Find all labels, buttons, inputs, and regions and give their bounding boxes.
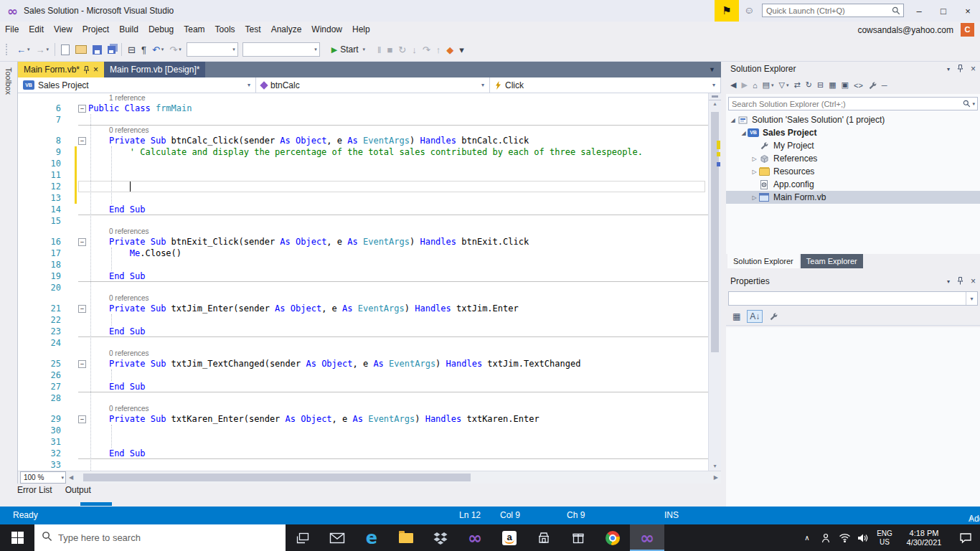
tree-item[interactable]: My Project	[726, 139, 980, 152]
step-over-icon[interactable]: ↷	[420, 43, 433, 57]
menu-build[interactable]: Build	[114, 22, 143, 38]
close-icon[interactable]: ×	[93, 65, 98, 74]
edge-icon[interactable]: e	[354, 524, 389, 551]
menu-tools[interactable]: Tools	[210, 22, 240, 38]
codelens-references[interactable]: 0 references	[109, 404, 149, 413]
categorized-icon[interactable]: ▦	[730, 311, 743, 322]
toolbar-grip[interactable]	[6, 44, 9, 55]
menu-edit[interactable]: Edit	[24, 22, 49, 38]
window-position-chevron-icon[interactable]: ▾	[947, 66, 950, 72]
visual-studio-icon[interactable]: ∞	[458, 524, 492, 551]
property-pages-icon[interactable]	[767, 311, 780, 321]
pin-icon[interactable]	[957, 277, 963, 286]
collapse-all-icon[interactable]: ⊟	[816, 80, 825, 90]
configuration-combo[interactable]: ▾	[187, 42, 238, 57]
action-center-button[interactable]	[951, 532, 980, 544]
code-text[interactable]: End Sub	[88, 381, 145, 392]
chrome-icon[interactable]	[595, 524, 630, 551]
document-tab[interactable]: Main Form.vb [Design]*	[104, 62, 205, 77]
codelens-references[interactable]: 0 references	[109, 227, 149, 236]
platform-combo[interactable]: ▾	[242, 42, 320, 57]
clock[interactable]: 4:18 PM 4/30/2021	[897, 529, 951, 547]
collapse-arrow-icon[interactable]: ◢	[729, 117, 737, 123]
horizontal-scrollbar[interactable]	[76, 471, 711, 484]
codelens-references[interactable]: 0 references	[109, 349, 149, 358]
package-icon[interactable]	[561, 524, 595, 551]
collapse-arrow-icon[interactable]: ◢	[740, 130, 748, 136]
scroll-down-icon[interactable]: ▾	[709, 463, 721, 469]
codelens-references[interactable]: 0 references	[109, 126, 149, 135]
dropbox-icon[interactable]	[423, 524, 458, 551]
expand-arrow-icon[interactable]: ▷	[750, 194, 758, 201]
zoom-selector[interactable]: 100 % ▾	[20, 471, 66, 484]
sync-with-active-document-icon[interactable]: ⇄	[793, 80, 802, 90]
menu-file[interactable]: File	[0, 22, 24, 38]
properties-object-combo[interactable]: ▾	[728, 291, 978, 306]
code-text[interactable]: End Sub	[88, 270, 145, 282]
tree-item[interactable]: ▷References	[726, 152, 980, 165]
amazon-icon[interactable]: a	[492, 524, 527, 551]
code-text[interactable]: Me.Close()	[88, 248, 182, 259]
notifications-flag-button[interactable]: ⚑	[715, 0, 739, 22]
hidden-icons-chevron[interactable]: ∧	[798, 534, 816, 542]
chevron-down-icon[interactable]: ▾	[712, 82, 715, 88]
toolbar-options-icon[interactable]: ▾	[456, 43, 467, 57]
new-file-icon[interactable]	[58, 43, 72, 57]
account-email[interactable]: cowsandals@yahoo.com	[857, 25, 953, 35]
network-icon[interactable]	[835, 533, 854, 542]
code-text[interactable]: Private Sub txtJim_Enter(sender As Objec…	[88, 303, 519, 314]
toolbox-panel-tab[interactable]: Toolbox	[0, 62, 17, 484]
file-explorer-icon[interactable]	[389, 524, 423, 551]
menu-analyze[interactable]: Analyze	[266, 22, 307, 38]
chevron-down-icon[interactable]: ▾	[966, 292, 977, 305]
mail-icon[interactable]	[320, 524, 354, 551]
show-all-files-icon[interactable]: ▦	[827, 80, 837, 90]
toggle-outlining-icon[interactable]: ⊟	[125, 43, 138, 57]
expand-arrow-icon[interactable]: ▷	[750, 169, 758, 175]
preview-code-icon[interactable]: <>	[852, 80, 864, 90]
chevron-down-icon[interactable]: ▾	[972, 101, 975, 107]
avatar[interactable]: C	[961, 23, 974, 37]
splitter-grip[interactable]	[709, 93, 721, 100]
pin-icon[interactable]	[957, 65, 963, 74]
menu-window[interactable]: Window	[306, 22, 347, 38]
navigate-forward-icon[interactable]: →▾	[33, 43, 52, 57]
code-area[interactable]: 1 reference6−Public Class frmMain70 refe…	[18, 93, 708, 471]
chevron-down-icon[interactable]: ▾	[248, 82, 250, 88]
close-button[interactable]: ×	[957, 0, 979, 22]
minimize-button[interactable]: –	[908, 0, 930, 22]
code-text[interactable]: Private Sub btnExit_Click(sender As Obje…	[88, 236, 529, 248]
collapse-box-icon[interactable]: −	[78, 238, 86, 246]
editor-vertical-scrollbar[interactable]: ▴ ▾	[708, 93, 721, 471]
codelens-references[interactable]: 0 references	[109, 293, 149, 303]
pending-changes-filter-icon[interactable]: ▽▾	[778, 80, 791, 90]
status-line[interactable]: Ln 12	[459, 510, 481, 520]
scroll-left-icon[interactable]: ◀	[66, 474, 76, 481]
start-button[interactable]: ▶Start▾	[326, 43, 371, 56]
dash-icon[interactable]: ─	[880, 80, 889, 90]
tree-item[interactable]: ◢Solution 'Sales Solution' (1 project)	[726, 113, 980, 126]
tool-window-tab[interactable]: Team Explorer	[801, 254, 863, 268]
events-combo[interactable]: Click▾	[490, 77, 721, 93]
back-icon[interactable]: ◀	[729, 80, 738, 90]
taskbar-search-input[interactable]: Type here to search	[34, 524, 286, 551]
close-icon[interactable]: ×	[971, 64, 976, 74]
code-text[interactable]: Private Sub txtKaren_Enter(sender As Obj…	[88, 413, 540, 425]
menu-project[interactable]: Project	[77, 22, 114, 38]
tree-item[interactable]: ◢VBSales Project	[726, 126, 980, 139]
application-insights-icon[interactable]: ◆	[443, 43, 456, 57]
home-icon[interactable]: ⌂	[751, 80, 759, 90]
code-text[interactable]: Private Sub btnCalc_Click(sender As Obje…	[88, 135, 529, 146]
code-text[interactable]: End Sub	[88, 448, 145, 459]
tab-error-list[interactable]: Error List	[17, 485, 52, 495]
code-text[interactable]: End Sub	[88, 204, 145, 215]
menu-team[interactable]: Team	[179, 22, 209, 38]
chevron-down-icon[interactable]: ▾	[363, 47, 366, 52]
collapse-box-icon[interactable]: −	[78, 105, 86, 113]
close-icon[interactable]: ×	[971, 276, 976, 286]
scroll-right-icon[interactable]: ▶	[711, 474, 721, 481]
menu-debug[interactable]: Debug	[143, 22, 179, 38]
store-icon[interactable]	[527, 524, 561, 551]
start-button[interactable]	[0, 524, 34, 551]
task-view-button[interactable]	[286, 524, 320, 551]
